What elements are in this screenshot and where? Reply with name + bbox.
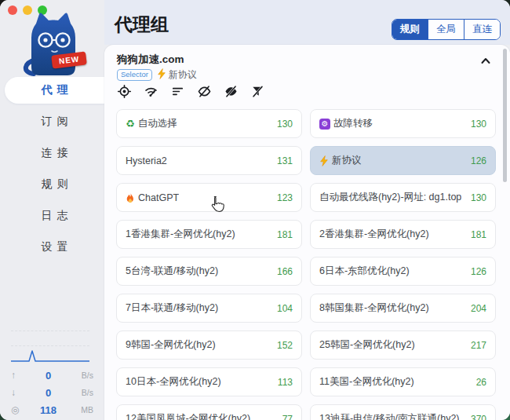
mode-rule-button[interactable]: 规则 [392, 20, 428, 39]
traffic-stats: ↑0B/s↓0B/s◎118MB [11, 367, 93, 418]
eye-outline-off-icon [197, 84, 212, 99]
latency-value: 26 [476, 377, 486, 388]
stat-unit: B/s [73, 371, 93, 380]
close-button[interactable] [8, 5, 17, 15]
group-subtitle: Selector 新协议 [117, 68, 197, 82]
recycle-icon: ♻ [126, 119, 135, 129]
stat-unit: MB [73, 405, 93, 415]
stat-value: 0 [24, 387, 73, 399]
proxy-name: 12美国凤凰城-全网优化(hy2) [126, 412, 250, 420]
proxy-name: 1香港集群-全网优化(hy2) [126, 228, 235, 241]
sort-desc-icon [170, 84, 185, 99]
sidebar-item-connections[interactable]: 连接 [5, 140, 104, 166]
sidebar-item-rules[interactable]: 规则 [5, 171, 104, 198]
sidebar-item-proxies[interactable]: 代理 [5, 77, 104, 104]
sidebar-item-label: 代理 [37, 83, 73, 97]
proxy-item[interactable]: 6日本-东部优化(hy2)126 [310, 257, 496, 286]
proxy-name: 新协议 [332, 154, 362, 167]
latency-value: 131 [277, 155, 293, 166]
proxy-item[interactable]: 5台湾-联通/移动(hy2)166 [116, 257, 302, 286]
group-type-badge: Selector [117, 69, 152, 82]
latency-value: 130 [471, 119, 486, 130]
traffic-stat-row: ◎118MB [11, 401, 93, 418]
speedtest-icon [144, 84, 158, 99]
lightning-icon [157, 68, 166, 82]
proxy-name: 8韩国集群-全网优化(hy2) [319, 301, 429, 315]
sidebar-item-label: 订阅 [37, 115, 73, 129]
current-node: 新协议 [157, 68, 197, 82]
latency-value: 166 [277, 266, 293, 277]
eye-off-button[interactable] [224, 84, 239, 99]
proxy-item[interactable]: 9韩国-全网优化(hy2)152 [116, 331, 302, 360]
gear-badge-icon: ⚙ [319, 119, 330, 130]
scrollbar[interactable] [503, 49, 507, 182]
latency-value: 113 [278, 377, 293, 388]
proxy-item[interactable]: 11美国-全网优化(hy2)26 [310, 367, 496, 396]
traffic-sparkline [11, 349, 89, 363]
locate-target-icon [117, 84, 132, 99]
sidebar: NEW 代理订阅连接规则日志设置 ↑0B/s↓0B/s◎118MB [0, 0, 104, 420]
proxy-name: 25韩国-全网优化(hy2) [319, 338, 415, 352]
latency-value: 130 [277, 119, 293, 130]
proxy-name: 自动选择 [138, 117, 177, 130]
proxy-name: 13迪拜-电信/移动/南方联通(hy2) [319, 412, 460, 420]
mode-global-button[interactable]: 全局 [428, 20, 464, 39]
proxy-item[interactable]: 1香港集群-全网优化(hy2)181 [116, 220, 302, 249]
eye-off-icon [224, 84, 239, 99]
proxy-item[interactable]: 10日本-全网优化(hy2)113 [116, 367, 302, 396]
proxy-item[interactable]: 13迪拜-电信/移动/南方联通(hy2)370 [310, 404, 496, 420]
proxy-item[interactable]: 新协议126 [310, 146, 496, 175]
proxy-name: 7日本-联通/移动(hy2) [126, 301, 218, 315]
stat-unit: B/s [73, 388, 93, 397]
proxy-item[interactable]: 自动最优线路(hy2)-网址: dg1.top130 [310, 183, 496, 212]
outbound-mode-switch: 规则全局直连 [392, 19, 501, 40]
speedtest-button[interactable] [144, 84, 158, 99]
proxy-name: 故障转移 [333, 117, 373, 130]
traffic-stat-row: ↓0B/s [11, 384, 93, 401]
sidebar-item-label: 连接 [37, 146, 73, 160]
fire-icon [126, 192, 135, 203]
sidebar-item-subscriptions[interactable]: 订阅 [5, 108, 104, 135]
proxy-name: 5台湾-联通/移动(hy2) [126, 265, 218, 278]
sidebar-item-logs[interactable]: 日志 [5, 203, 104, 229]
sidebar-menu: 代理订阅连接规则日志设置 [0, 77, 104, 265]
sidebar-item-settings[interactable]: 设置 [5, 234, 104, 261]
mode-direct-button[interactable]: 直连 [464, 20, 500, 39]
latency-value: 77 [282, 414, 293, 420]
latency-value: 217 [471, 340, 486, 351]
proxy-item[interactable]: 2香港集群-全网优化(hy2)181 [310, 220, 496, 249]
latency-value: 181 [471, 229, 486, 240]
proxy-name: Hysteria2 [126, 155, 167, 166]
locate-target-button[interactable] [117, 84, 132, 99]
proxy-group-panel: 狗狗加速.com Selector 新协议 ♻自动选择130⚙故障转移130Hy… [104, 45, 510, 420]
latency-value: 126 [471, 266, 486, 277]
filter-off-icon [250, 84, 265, 99]
sort-desc-button[interactable] [170, 84, 185, 99]
group-name: 狗狗加速.com [117, 53, 184, 67]
latency-value: 104 [277, 303, 293, 314]
proxy-item[interactable]: 25韩国-全网优化(hy2)217 [310, 331, 496, 360]
proxy-item[interactable]: ♻自动选择130 [116, 109, 302, 138]
lightning-icon [319, 155, 329, 166]
proxy-name: 11美国-全网优化(hy2) [319, 375, 414, 389]
proxy-item[interactable]: 7日本-联通/移动(hy2)104 [116, 294, 302, 323]
proxy-item[interactable]: Hysteria2131 [116, 146, 302, 175]
collapse-group-button[interactable] [479, 54, 493, 68]
latency-value: 123 [277, 192, 293, 203]
sidebar-item-label: 设置 [37, 240, 73, 254]
proxy-item[interactable]: ChatGPT123 [116, 183, 302, 212]
proxy-item[interactable]: 8韩国集群-全网优化(hy2)204 [310, 294, 496, 323]
stat-value: 118 [24, 404, 73, 416]
filter-off-button[interactable] [250, 84, 265, 99]
page-title: 代理组 [115, 13, 169, 37]
proxy-item[interactable]: 12美国凤凰城-全网优化(hy2)77 [116, 404, 302, 420]
gridline [11, 345, 89, 346]
eye-outline-off-button[interactable] [197, 84, 212, 99]
latency-value: 204 [471, 303, 486, 314]
traffic-stat-row: ↑0B/s [11, 367, 93, 384]
proxy-item[interactable]: ⚙故障转移130 [310, 109, 496, 138]
latency-value: 181 [277, 229, 293, 240]
proxy-toolbar [117, 84, 265, 99]
stat-value: 0 [24, 370, 73, 382]
proxy-name: 2香港集群-全网优化(hy2) [319, 228, 429, 241]
